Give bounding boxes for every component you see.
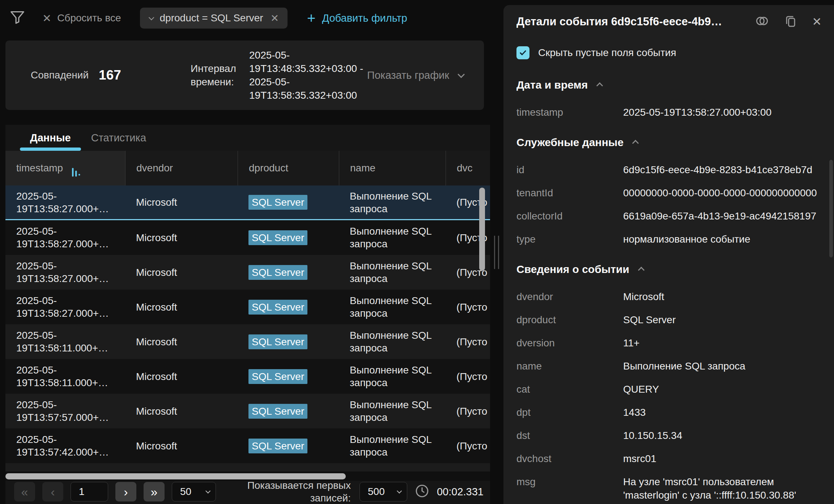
page-size-select[interactable]: 50 bbox=[172, 482, 216, 501]
checkbox-checked[interactable] bbox=[516, 46, 529, 59]
cell-dvendor: Microsoft bbox=[125, 324, 238, 359]
field-row: dvendor Microsoft bbox=[516, 290, 820, 303]
field-value: SQL Server bbox=[623, 313, 820, 326]
details-scrollbar[interactable] bbox=[829, 160, 833, 257]
interval-label: Интервал времени: bbox=[191, 62, 242, 89]
panel-resize-handle[interactable] bbox=[494, 236, 501, 269]
field-row: cat QUERY bbox=[516, 383, 820, 396]
tab-statistics[interactable]: Статистика bbox=[81, 125, 156, 151]
table-header: timestamp dvendor dproduct name dvc bbox=[5, 151, 490, 185]
showing-label-wrap: Показывается первых записей: bbox=[223, 479, 352, 504]
sql-server-highlight: SQL Server bbox=[248, 195, 307, 210]
histogram-icon[interactable] bbox=[71, 155, 82, 181]
field-value: нормализованное событие bbox=[623, 232, 820, 246]
cell-dvendor: Microsoft bbox=[125, 394, 238, 428]
copy-icon[interactable] bbox=[783, 13, 799, 30]
prev-page-icon: ‹ bbox=[51, 485, 55, 499]
field-label: type bbox=[516, 232, 623, 246]
cell-dvendor: Microsoft bbox=[125, 185, 238, 219]
timestamp-header-label: timestamp bbox=[16, 162, 63, 174]
table-row[interactable]: 2025-05- 19T13:58:11.000+… Microsoft SQL… bbox=[5, 359, 490, 394]
rings-icon[interactable] bbox=[754, 13, 770, 30]
field-row: tenantId 00000000-0000-0000-0000-0000000… bbox=[516, 186, 820, 200]
interval-value: 2025-05- 19T13:48:35.332+03:00 - 2025-05… bbox=[249, 48, 363, 102]
tab-data[interactable]: Данные bbox=[20, 125, 81, 151]
table-row[interactable]: 2025-05- 19T13:58:11.000+… Microsoft SQL… bbox=[5, 324, 490, 359]
cell-dvc: (Пусто bbox=[446, 290, 490, 324]
show-chart-button[interactable]: Показать график bbox=[367, 40, 463, 110]
column-header-timestamp[interactable]: timestamp bbox=[5, 151, 125, 185]
vertical-scrollbar[interactable] bbox=[479, 188, 485, 271]
filter-funnel-icon[interactable] bbox=[9, 9, 26, 27]
field-label: id bbox=[516, 163, 623, 176]
field-value: 00000000-0000-0000-0000-000000000000 bbox=[623, 186, 820, 200]
section-event-info[interactable]: Сведения о событии bbox=[516, 263, 820, 276]
filter-chip-dproduct[interactable]: dproduct = SQL Server ✕ bbox=[140, 8, 288, 29]
chevron-down-icon bbox=[397, 488, 402, 494]
field-row: dproduct SQL Server bbox=[516, 313, 820, 326]
reset-all-label: Сбросить все bbox=[57, 12, 121, 24]
cell-dproduct: SQL Server bbox=[238, 394, 339, 428]
field-label: tenantId bbox=[516, 186, 623, 200]
cell-timestamp: 2025-05- 19T13:57:57.000+… bbox=[5, 394, 125, 428]
show-chart-label: Показать график bbox=[367, 69, 449, 81]
cell-dvendor: Microsoft bbox=[125, 255, 238, 290]
field-label: collectorId bbox=[516, 209, 623, 223]
cell-name: Выполнение SQL запроса bbox=[339, 290, 446, 324]
horizontal-scrollbar[interactable] bbox=[5, 473, 346, 479]
clock-icon bbox=[414, 483, 430, 500]
field-row: dpt 1433 bbox=[516, 406, 820, 419]
tab-data-label: Данные bbox=[30, 132, 71, 144]
first-page-button[interactable]: « bbox=[14, 482, 35, 501]
cell-dvc: (Пусто bbox=[446, 359, 490, 394]
close-icon[interactable]: ✕ bbox=[812, 15, 822, 29]
cell-name: Выполнение SQL запроса bbox=[339, 324, 446, 359]
cell-name: Выполнение SQL запроса bbox=[339, 220, 446, 255]
sql-server-highlight: SQL Server bbox=[248, 230, 307, 245]
tab-statistics-label: Статистика bbox=[91, 132, 146, 144]
cell-dvc: (Пусто bbox=[446, 428, 490, 463]
table-row[interactable]: 2025-05- 19T13:57:42.000+… Microsoft SQL… bbox=[5, 428, 490, 463]
matches-value: 167 bbox=[99, 68, 121, 83]
field-value: 2025-05-19T13:58:27.000+03:00 bbox=[623, 106, 820, 119]
column-header-dvendor[interactable]: dvendor bbox=[125, 151, 238, 185]
results-summary-panel: Совпадений 167 Интервал времени: 2025-05… bbox=[5, 40, 484, 110]
next-page-button[interactable]: › bbox=[115, 482, 136, 501]
remove-filter-icon[interactable]: ✕ bbox=[271, 12, 279, 24]
matches-label: Совпадений bbox=[31, 69, 89, 81]
reset-all-filters-button[interactable]: ✕ Сбросить все bbox=[42, 12, 121, 25]
records-limit-value: 500 bbox=[368, 486, 385, 497]
table-row[interactable]: 2025-05- 19T13:58:27.000+… Microsoft SQL… bbox=[5, 290, 490, 324]
field-row: dst 10.150.15.34 bbox=[516, 429, 820, 442]
field-label: cat bbox=[516, 383, 623, 396]
showing-label: Показывается первых записей: bbox=[242, 479, 351, 504]
section-service-data[interactable]: Служебные данные bbox=[516, 136, 820, 149]
partial-row bbox=[5, 463, 490, 471]
add-filter-label: Добавить фильтр bbox=[322, 12, 407, 24]
page-number-input[interactable] bbox=[71, 482, 108, 501]
field-label: name bbox=[516, 359, 623, 373]
cell-dproduct: SQL Server bbox=[238, 428, 339, 463]
column-header-name[interactable]: name bbox=[339, 151, 446, 185]
cell-name: Выполнение SQL запроса bbox=[339, 185, 446, 219]
sql-server-highlight: SQL Server bbox=[248, 300, 307, 315]
table-row[interactable]: 2025-05- 19T13:58:27.000+… Microsoft SQL… bbox=[5, 185, 490, 220]
chevron-down-icon[interactable] bbox=[148, 14, 154, 20]
table-row[interactable]: 2025-05- 19T13:58:27.000+… Microsoft SQL… bbox=[5, 255, 490, 290]
hide-empty-fields-toggle[interactable]: Скрыть пустые поля события bbox=[516, 46, 820, 59]
table-row[interactable]: 2025-05- 19T13:57:57.000+… Microsoft SQL… bbox=[5, 394, 490, 428]
sql-server-highlight: SQL Server bbox=[248, 369, 307, 384]
cell-dproduct: SQL Server bbox=[238, 185, 339, 219]
section-date-time[interactable]: Дата и время bbox=[516, 79, 820, 91]
events-table-panel: Данные Статистика timestamp dvendor dpro… bbox=[5, 125, 490, 504]
pagination-bar: « ‹ › » 50 Показывается первых записей: … bbox=[5, 481, 490, 504]
prev-page-button[interactable]: ‹ bbox=[42, 482, 63, 501]
field-label: dpt bbox=[516, 406, 623, 419]
add-filter-button[interactable]: + Добавить фильтр bbox=[307, 12, 407, 24]
column-header-dvc[interactable]: dvc bbox=[446, 151, 490, 185]
column-header-dproduct[interactable]: dproduct bbox=[238, 151, 339, 185]
field-value: 6d9c15f6-eece-4b9e-8283-b41ce378eb7d bbox=[623, 163, 820, 176]
records-limit-select[interactable]: 500 bbox=[359, 482, 407, 501]
table-row[interactable]: 2025-05- 19T13:58:27.000+… Microsoft SQL… bbox=[5, 220, 490, 255]
last-page-button[interactable]: » bbox=[144, 482, 165, 501]
